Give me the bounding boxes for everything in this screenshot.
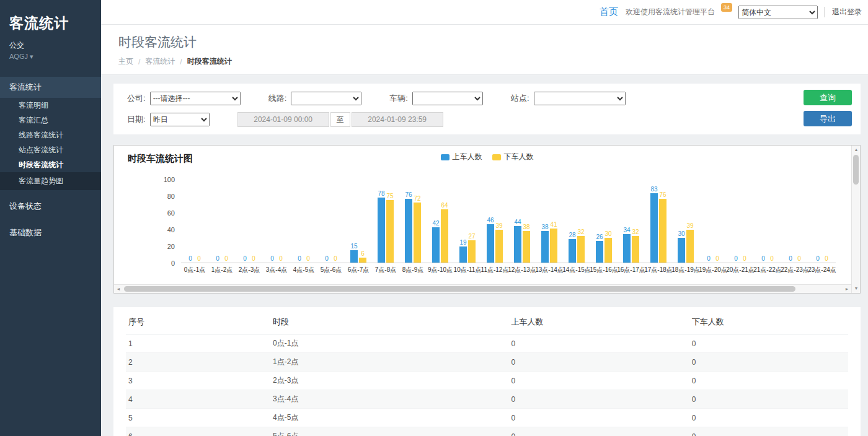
sidebar-item[interactable]: 站点客流统计	[0, 142, 101, 157]
sidebar-section[interactable]: 客流统计	[0, 77, 101, 98]
bar-value-label: 0	[743, 255, 746, 262]
bar[interactable]	[550, 229, 557, 263]
bar-value-label: 0	[707, 255, 711, 262]
bar-value-label: 41	[550, 221, 557, 228]
sidebar-item[interactable]: 时段客流统计	[0, 157, 101, 172]
scroll-right-arrow-icon[interactable]: ►	[843, 285, 851, 294]
page-header: 时段客流统计 主页/客流统计/时段客流统计	[101, 25, 868, 75]
date-label: 日期:	[127, 114, 146, 125]
scroll-up-arrow-icon[interactable]: ▲	[852, 146, 861, 154]
vehicle-select[interactable]	[412, 92, 483, 105]
bar[interactable]	[577, 236, 585, 263]
main-area: 首页 欢迎使用客流统计管理平台 34 简体中文 退出登录 时段客流统计 主页/客…	[101, 0, 868, 436]
bar[interactable]	[350, 250, 358, 263]
date-preset-select[interactable]: 昨日	[150, 113, 210, 126]
bar-value-label: 0	[197, 255, 201, 262]
table-header-cell: 上车人数	[508, 308, 689, 334]
y-axis-tick: 40	[167, 226, 175, 233]
bar-value-label: 42	[432, 220, 439, 227]
x-axis-label: 19点-20点	[699, 266, 727, 274]
x-axis-label: 1点-2点	[208, 266, 236, 274]
language-select[interactable]: 简体中文	[738, 6, 818, 19]
breadcrumb-item[interactable]: 主页	[118, 56, 133, 67]
table-cell: 3点-4点	[270, 390, 508, 409]
bar-value-label: 0	[279, 255, 283, 262]
sidebar-item[interactable]: 线路客流统计	[0, 128, 101, 142]
org-code-dropdown[interactable]: AQGJ ▾	[0, 51, 101, 61]
bar-value-label: 0	[770, 255, 774, 262]
bar[interactable]	[468, 240, 476, 263]
bar[interactable]	[659, 199, 666, 263]
export-button[interactable]: 导出	[804, 111, 852, 126]
vertical-scrollbar[interactable]: ▲ ▼	[851, 146, 860, 293]
line-select[interactable]	[291, 92, 361, 105]
bar[interactable]	[514, 226, 521, 263]
table-cell: 0	[508, 409, 689, 427]
sidebar-item[interactable]: 客流量趋势图	[0, 172, 101, 190]
bar[interactable]	[495, 230, 503, 263]
notification-badge[interactable]: 34	[721, 3, 732, 12]
bar-value-label: 44	[514, 219, 521, 225]
bar[interactable]	[686, 230, 694, 263]
x-axis-label: 20点-21点	[727, 266, 754, 274]
legend-item[interactable]: 上车人数	[441, 152, 482, 162]
scroll-down-arrow-icon[interactable]: ▼	[852, 284, 861, 293]
bar[interactable]	[632, 236, 639, 263]
scroll-left-arrow-icon[interactable]: ◄	[114, 285, 123, 294]
x-axis-label: 3点-4点	[263, 266, 290, 274]
bar[interactable]	[359, 258, 366, 263]
sidebar-item[interactable]: 客流汇总	[0, 113, 101, 128]
bar[interactable]	[596, 241, 603, 263]
station-select[interactable]	[534, 92, 626, 105]
horizontal-scrollbar-thumb[interactable]	[124, 286, 795, 292]
bar[interactable]	[604, 238, 612, 263]
home-link[interactable]: 首页	[600, 6, 618, 18]
bar-group: 0022点-23点	[781, 180, 808, 274]
bar[interactable]	[414, 203, 421, 263]
bar[interactable]	[650, 193, 658, 263]
company-select[interactable]: ---请选择---	[150, 92, 241, 105]
legend-item[interactable]: 下车人数	[492, 152, 534, 162]
bar-group: 283214点-15点	[563, 180, 590, 274]
x-axis-label: 9点-10点	[427, 266, 454, 274]
bar-value-label: 26	[596, 233, 603, 240]
bar-value-label: 32	[632, 229, 639, 235]
bar-group: 443812点-13点	[508, 180, 536, 274]
app-brand: 客流统计	[0, 0, 101, 37]
y-axis-tick: 20	[167, 243, 175, 250]
table-cell: 0	[689, 427, 848, 436]
bar[interactable]	[459, 246, 467, 263]
sidebar-section[interactable]: 基础数据	[0, 222, 101, 243]
bar-group: 000点-1点	[181, 180, 208, 274]
legend-label: 下车人数	[504, 152, 534, 162]
start-date-input[interactable]	[237, 112, 329, 127]
x-axis-label: 15点-16点	[590, 266, 618, 274]
horizontal-scrollbar[interactable]: ◄ ►	[114, 284, 851, 293]
bar[interactable]	[678, 238, 685, 263]
breadcrumb-separator: /	[138, 58, 140, 66]
bar[interactable]	[441, 209, 448, 263]
vertical-scrollbar-thumb[interactable]	[853, 155, 859, 185]
bar[interactable]	[569, 239, 576, 263]
bar[interactable]	[432, 227, 440, 263]
bar[interactable]	[541, 231, 549, 263]
sidebar-item[interactable]: 客流明细	[0, 98, 101, 113]
bar-value-label: 0	[252, 255, 255, 262]
bar[interactable]	[405, 199, 412, 263]
table-cell: 0	[508, 372, 689, 390]
bar[interactable]	[386, 200, 394, 263]
sidebar-section[interactable]: 设备状态	[0, 196, 101, 217]
table-row: 32点-3点00	[126, 372, 848, 390]
bar[interactable]	[523, 231, 530, 263]
end-date-input[interactable]	[352, 112, 443, 127]
bar[interactable]	[487, 224, 494, 263]
bar-value-label: 0	[816, 255, 820, 262]
bar[interactable]	[378, 198, 385, 263]
query-button[interactable]: 查询	[804, 90, 852, 105]
x-axis-label: 0点-1点	[181, 266, 208, 274]
breadcrumb-item[interactable]: 客流统计	[145, 56, 175, 67]
bar-group: 837617点-18点	[645, 180, 672, 274]
table-row: 65点-6点00	[126, 427, 848, 436]
logout-link[interactable]: 退出登录	[824, 7, 862, 17]
bar[interactable]	[623, 234, 631, 263]
